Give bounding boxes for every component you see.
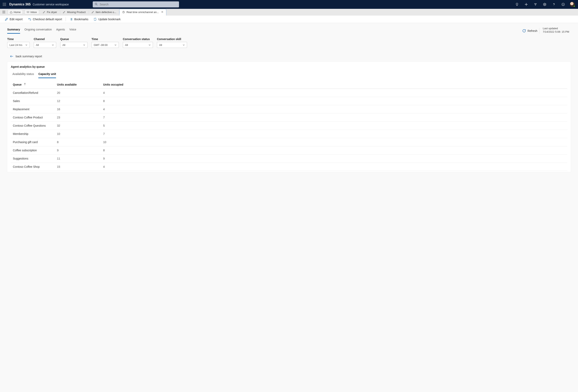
refresh-icon	[94, 18, 97, 21]
agent-analytics-card: Agent analytics by queue Availability st…	[7, 62, 571, 172]
filter-value: GMT -08:00	[94, 43, 108, 46]
filter-timezone: Time GMT -08:00	[92, 38, 119, 48]
filter-label: Conversation status	[123, 38, 153, 41]
col-label: Queue	[13, 83, 22, 86]
svg-point-18	[562, 3, 565, 6]
separator	[66, 17, 66, 21]
chart-icon	[122, 11, 125, 13]
gear-icon	[543, 2, 546, 6]
tab-label: Missing Product	[67, 11, 86, 14]
undo-icon	[28, 17, 31, 21]
chevron-down-icon	[114, 44, 117, 46]
header-actions	[514, 1, 577, 8]
tab-summary[interactable]: Summary	[7, 25, 20, 34]
table-row[interactable]: Coffee subscription98	[11, 146, 567, 155]
tab-home[interactable]: Home	[8, 10, 23, 14]
table-row[interactable]: Suggestions119	[11, 155, 567, 163]
table-row[interactable]: Purchasing gift card810	[11, 138, 567, 146]
filter-channel-select[interactable]: All	[34, 42, 56, 48]
subtab-availability[interactable]: Availability status	[12, 71, 34, 78]
table-row[interactable]: Contoso Coffee Shop154	[11, 163, 567, 171]
doctab-missing-product[interactable]: Missing Product	[60, 9, 89, 15]
filter-timezone-select[interactable]: GMT -08:00	[92, 42, 119, 48]
filter-status-select[interactable]: All	[123, 42, 153, 48]
search-input[interactable]	[93, 1, 179, 7]
cell-queue: Contoso Coffee Questions	[11, 122, 55, 130]
edit-report-button[interactable]: Edit report	[2, 16, 25, 22]
bookmarks-button[interactable]: Bookmarks	[67, 16, 91, 22]
col-queue-header[interactable]: Queue	[11, 81, 55, 89]
refresh-icon	[522, 29, 526, 33]
cell-available: 15	[55, 163, 101, 171]
refresh-button[interactable]: Refresh	[520, 28, 539, 34]
filter-value: All	[62, 43, 65, 46]
account-button[interactable]	[569, 1, 576, 8]
filter-time-select[interactable]: Last 24 hrs	[7, 42, 30, 48]
settings-button[interactable]	[541, 1, 548, 8]
filter-label: Conversation skill	[157, 38, 187, 41]
cell-occupied: 10	[101, 138, 567, 146]
tab-agents[interactable]: Agents	[56, 25, 65, 34]
last-updated: Last updated 7/14/2022 5:08: 15 PM	[543, 27, 571, 34]
cell-available: 23	[55, 114, 101, 122]
new-button[interactable]	[523, 1, 530, 8]
svg-point-8	[5, 5, 6, 6]
site-map-button[interactable]	[1, 9, 7, 15]
global-header: Dynamics 365 Customer service workspace	[0, 0, 578, 9]
doctab-fix-dryer[interactable]: Fix dryer	[40, 9, 60, 15]
checkout-default-button[interactable]: Checkout default report	[25, 16, 65, 22]
svg-point-17	[554, 5, 554, 6]
cell-available: 11	[55, 155, 101, 163]
filter-button[interactable]	[532, 1, 539, 8]
table-row[interactable]: Replacement164	[11, 105, 567, 114]
avatar	[570, 2, 575, 7]
filter-skill: Conversation skill All	[157, 38, 187, 48]
workspace-name: Customer service workspace	[33, 3, 69, 6]
cell-queue: Contoso Coffee Product	[11, 114, 55, 122]
doctab-item-defective[interactable]: Item defective o...	[89, 9, 119, 15]
close-tab-button[interactable]	[161, 11, 163, 14]
cell-occupied: 7	[101, 114, 567, 122]
doctab-realtime-omnichannel[interactable]: Real time omnichannel an...	[119, 9, 166, 15]
back-summary-link[interactable]: back summary report	[7, 50, 571, 62]
cell-queue: Cancellation/Refund	[11, 89, 55, 97]
global-search	[93, 1, 179, 7]
filter-queue-select[interactable]: All	[60, 42, 88, 48]
tab-ongoing-conversation[interactable]: Ongoing conversation	[24, 25, 52, 34]
feedback-button[interactable]	[560, 1, 566, 8]
tab-label: Item defective o...	[96, 11, 116, 14]
col-occupied-header[interactable]: Units occupied	[101, 81, 567, 89]
brand-name: Dynamics 365	[9, 2, 31, 6]
cell-available: 9	[55, 146, 101, 155]
svg-point-0	[3, 3, 4, 4]
filter-label: Time	[7, 38, 30, 41]
table-row[interactable]: Membership107	[11, 130, 567, 138]
capacity-table: Queue Units available Units occupied Can…	[11, 81, 567, 171]
cell-occupied: 4	[101, 105, 567, 114]
cmd-label: Edit report	[10, 18, 23, 21]
last-updated-value: 7/14/2022 5:08: 15 PM	[543, 30, 569, 34]
session-tabstrip: Home Inbox Fix dryer Missing Product Ite…	[0, 9, 578, 15]
cell-queue: Replacement	[11, 105, 55, 114]
tab-voice[interactable]: Voice	[69, 25, 76, 34]
cell-occupied: 4	[101, 163, 567, 171]
tab-label: Fix dryer	[47, 11, 57, 14]
svg-point-2	[5, 3, 6, 4]
help-button[interactable]	[551, 1, 557, 8]
cmd-label: Bookmarks	[74, 18, 88, 21]
table-row[interactable]: Contoso Coffee Questions325	[11, 122, 567, 130]
update-bookmark-button[interactable]: Update bookmark	[91, 16, 123, 22]
subtab-capacity[interactable]: Capacity unit	[38, 71, 56, 78]
col-available-header[interactable]: Units available	[55, 81, 101, 89]
chevron-down-icon	[148, 44, 151, 46]
table-row[interactable]: Cancellation/Refund204	[11, 89, 567, 97]
tab-inbox[interactable]: Inbox	[24, 10, 39, 14]
report-header: Summary Ongoing conversation Agents Voic…	[7, 23, 571, 34]
report-page: Summary Ongoing conversation Agents Voic…	[0, 23, 578, 392]
table-row[interactable]: Sales128	[11, 97, 567, 105]
svg-point-4	[4, 4, 5, 5]
filter-skill-select[interactable]: All	[157, 42, 187, 48]
table-row[interactable]: Contoso Coffee Product237	[11, 114, 567, 122]
idea-button[interactable]	[514, 1, 520, 8]
app-launcher-button[interactable]	[1, 1, 8, 8]
